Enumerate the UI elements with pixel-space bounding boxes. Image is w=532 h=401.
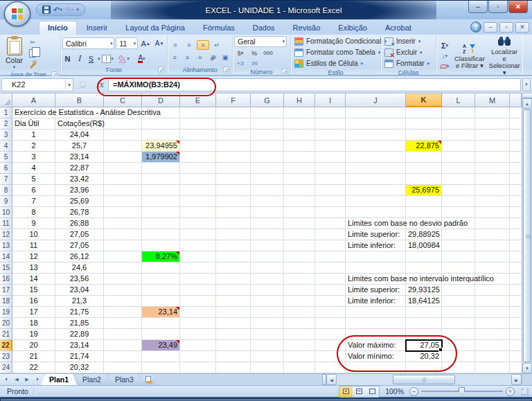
cell-K18[interactable]: 18,64125	[406, 296, 442, 307]
cell-B12[interactable]: 27,05	[55, 229, 104, 240]
align-bottom-button[interactable]: ≡	[197, 40, 209, 50]
row-header-12[interactable]: 12	[0, 229, 12, 240]
save-icon[interactable]	[42, 6, 51, 14]
cell-H3[interactable]	[284, 130, 315, 141]
cell-B20[interactable]: 21,85	[55, 318, 104, 329]
cell-F19[interactable]	[216, 307, 251, 318]
cell-B9[interactable]: 25,69	[55, 196, 104, 207]
cell-I5[interactable]	[315, 152, 346, 163]
cell-L8[interactable]	[442, 185, 475, 196]
cell-H23[interactable]	[284, 351, 315, 362]
cell-K4[interactable]: 22,875	[406, 141, 442, 152]
cell-D4[interactable]: 23,94955	[142, 141, 180, 152]
zoom-slider[interactable]	[421, 391, 503, 392]
shrink-font-button[interactable]: A▼	[153, 39, 166, 48]
cell-E13[interactable]	[180, 240, 216, 251]
cell-B22[interactable]: 23,14	[55, 340, 104, 351]
cell-L18[interactable]	[442, 296, 475, 307]
cell-H11[interactable]	[284, 218, 315, 229]
column-header-i[interactable]: I	[315, 93, 346, 107]
column-header-l[interactable]: L	[442, 93, 475, 107]
cell-F11[interactable]	[216, 218, 251, 229]
cell-A1[interactable]: Exercício de Estatística - Análise Descr…	[12, 107, 55, 118]
cell-A7[interactable]: 5	[12, 174, 55, 185]
cell-K12[interactable]: 29,88925	[406, 229, 442, 240]
cell-K14[interactable]	[406, 251, 442, 262]
row-header-5[interactable]: 5	[0, 152, 12, 163]
cell-H9[interactable]	[284, 196, 315, 207]
cell-A2[interactable]: Dia Útil	[12, 118, 55, 130]
cell-D19[interactable]: 23,14	[142, 307, 180, 318]
cell-D20[interactable]	[142, 318, 180, 329]
cell-I1[interactable]	[315, 107, 346, 118]
clear-button[interactable]: ▾	[438, 62, 451, 71]
row-header-14[interactable]: 14	[0, 251, 12, 262]
scroll-right-icon[interactable]: ▶	[511, 374, 522, 385]
name-box[interactable]: K22 ▾	[1, 78, 73, 91]
cell-E9[interactable]	[180, 196, 216, 207]
cell-D22[interactable]: 23,49	[142, 340, 180, 351]
cell-M5[interactable]	[475, 152, 510, 163]
cell-B13[interactable]: 27,05	[55, 240, 104, 251]
cell-C2[interactable]	[104, 118, 142, 130]
cell-G24[interactable]	[251, 362, 284, 373]
sort-filter-button[interactable]: AZ Classificar e Filtrar ▾	[453, 43, 486, 69]
cell-I2[interactable]	[315, 118, 346, 130]
cell-E10[interactable]	[180, 207, 216, 218]
cell-L6[interactable]	[442, 163, 475, 174]
normal-view-button[interactable]	[339, 386, 353, 397]
row-header-2[interactable]: 2	[0, 118, 12, 130]
cell-C9[interactable]	[104, 196, 142, 207]
cell-F1[interactable]	[216, 107, 251, 118]
cell-I21[interactable]	[315, 329, 346, 340]
cell-K21[interactable]	[406, 329, 442, 340]
cell-F5[interactable]	[216, 152, 251, 163]
vertical-scrollbar[interactable]: ▲ ▼	[522, 93, 532, 373]
cell-M19[interactable]	[475, 307, 510, 318]
cell-C22[interactable]	[104, 340, 142, 351]
row-header-13[interactable]: 13	[0, 240, 12, 251]
cell-B6[interactable]: 22,87	[55, 163, 104, 174]
cell-C24[interactable]	[104, 362, 142, 373]
cell-M13[interactable]	[475, 240, 510, 251]
cell-L14[interactable]	[442, 251, 475, 262]
cell-C19[interactable]	[104, 307, 142, 318]
cell-G9[interactable]	[251, 196, 284, 207]
ribbon-tab-inicio[interactable]: Início	[39, 21, 77, 35]
cell-C18[interactable]	[104, 296, 142, 307]
formula-input[interactable]: =MÁXIMO(B3:B24)	[108, 78, 521, 91]
cell-C21[interactable]	[104, 329, 142, 340]
cell-A24[interactable]: 22	[12, 362, 55, 373]
cell-G12[interactable]	[251, 229, 284, 240]
font-dialog-launcher[interactable]: ◿	[158, 66, 165, 73]
cell-I4[interactable]	[315, 141, 346, 152]
cell-G3[interactable]	[251, 130, 284, 141]
cell-K24[interactable]	[406, 362, 442, 373]
zoom-in-icon[interactable]: +	[506, 387, 515, 396]
cell-D8[interactable]	[142, 185, 180, 196]
column-header-a[interactable]: A	[12, 93, 55, 107]
increase-decimal-button[interactable]: +,0	[234, 59, 247, 69]
cell-H6[interactable]	[284, 163, 315, 174]
ribbon-tab-exibicao[interactable]: Exibição	[330, 21, 375, 35]
cell-G21[interactable]	[251, 329, 284, 340]
cell-A14[interactable]: 12	[12, 251, 55, 262]
copy-button[interactable]	[26, 48, 39, 58]
column-header-m[interactable]: M	[475, 93, 510, 107]
row-header-23[interactable]: 23	[0, 351, 12, 362]
cell-J13[interactable]: Limite inferior:	[346, 240, 406, 251]
cell-I11[interactable]	[315, 218, 346, 229]
cell-B11[interactable]: 26,88	[55, 218, 104, 229]
align-left-button[interactable]: ≡	[169, 53, 180, 62]
cell-M3[interactable]	[475, 130, 510, 141]
cell-B19[interactable]: 21,75	[55, 307, 104, 318]
cell-A11[interactable]: 9	[12, 218, 55, 229]
cell-B5[interactable]: 23,14	[55, 152, 104, 163]
cell-D13[interactable]	[142, 240, 180, 251]
cell-D15[interactable]	[142, 262, 180, 274]
column-header-f[interactable]: F	[216, 93, 251, 107]
cell-H13[interactable]	[284, 240, 315, 251]
cell-D7[interactable]	[142, 174, 180, 185]
cell-A15[interactable]: 13	[12, 262, 55, 274]
cell-I6[interactable]	[315, 163, 346, 174]
